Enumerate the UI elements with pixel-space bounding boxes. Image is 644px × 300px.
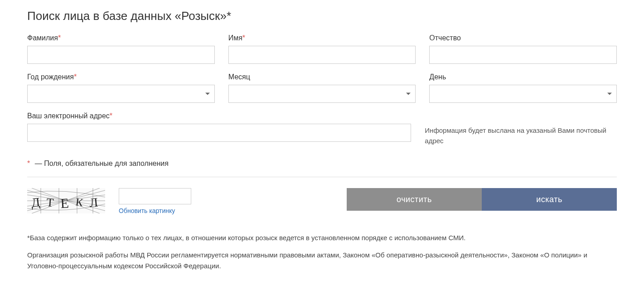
divider [27,177,617,177]
birth-year-label: Год рождения* [27,73,215,81]
email-label: Ваш электронный адрес* [27,112,411,120]
svg-text:Л: Л [89,195,99,210]
name-input[interactable] [228,46,416,64]
patronymic-label-text: Отчество [429,34,461,42]
svg-text:Е: Е [60,195,69,211]
svg-text:Т: Т [46,196,54,209]
email-input[interactable] [27,124,411,142]
month-label: Месяц [228,73,416,81]
surname-label-text: Фамилия [27,34,58,42]
required-marker: * [74,73,77,81]
search-button[interactable]: искать [482,188,617,211]
surname-input[interactable] [27,46,215,64]
day-label-text: День [429,73,446,81]
caret-down-icon [406,93,411,95]
caret-down-icon [607,93,612,95]
month-label-text: Месяц [228,73,250,81]
caret-down-icon [205,93,210,95]
footnote-1: *База содержит информацию только о тех л… [27,232,617,243]
name-label-text: Имя [228,34,242,42]
birth-year-select[interactable] [27,85,215,103]
patronymic-label: Отчество [429,34,617,42]
required-note-text: — Поля, обязательные для заполнения [35,160,169,167]
required-marker: * [110,112,112,120]
required-marker: * [27,160,30,167]
email-info-note: Информация будет выслана на указаный Вам… [425,124,617,146]
patronymic-input[interactable] [429,46,617,64]
day-select[interactable] [429,85,617,103]
birth-year-label-text: Год рождения [27,73,74,81]
captcha-refresh-link[interactable]: Обновить картинку [119,207,191,214]
required-marker: * [242,34,245,42]
clear-button[interactable]: очистить [347,188,482,211]
name-label: Имя* [228,34,416,42]
svg-text:Д: Д [30,195,40,210]
captcha-image: Д Т Е К Л [27,188,105,213]
footnote-2: Организация розыскной работы МВД России … [27,250,617,271]
page-title: Поиск лица в базе данных «Розыск»* [27,9,617,23]
month-select[interactable] [228,85,416,103]
surname-label: Фамилия* [27,34,215,42]
day-label: День [429,73,617,81]
required-marker: * [58,34,61,42]
svg-text:К: К [75,196,84,208]
email-label-text: Ваш электронный адрес [27,112,110,120]
captcha-input[interactable] [119,188,191,204]
required-fields-note: * — Поля, обязательные для заполнения [27,160,617,168]
